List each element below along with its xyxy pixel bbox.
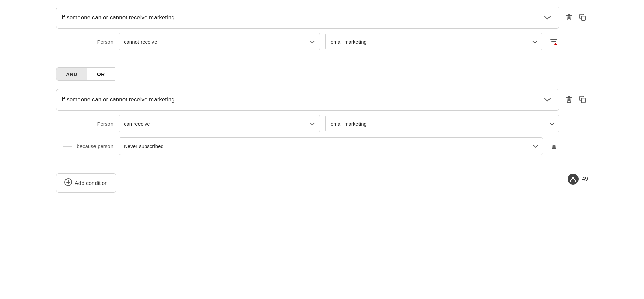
condition-1-header-text: If someone can or cannot receive marketi… [62,14,544,21]
condition-2-main: If someone can or cannot receive marketi… [56,89,559,162]
user-avatar-icon [568,174,579,185]
user-count: 49 [582,176,588,182]
svg-rect-2 [581,16,585,20]
condition-2-because-delete-button[interactable] [548,140,559,152]
condition-1-filter-button[interactable] [548,36,559,47]
condition-1-marketing-value: email marketing [331,39,367,45]
condition-2-receive-value: can receive [124,121,150,127]
logic-toggle: AND OR [56,67,588,81]
condition-2-receive-chevron-icon [310,121,315,127]
add-condition-button[interactable]: Add condition [56,173,116,193]
condition-2-because-label: because person [72,143,113,149]
condition-1-chevron-icon [544,14,551,21]
condition-2-person-label: Person [72,121,113,127]
add-condition-icon [64,178,72,188]
condition-2-because-select[interactable]: Never subscribed [119,137,543,155]
condition-1-copy-button[interactable] [577,12,588,23]
condition-block-2: If someone can or cannot receive marketi… [56,89,588,162]
condition-2-header[interactable]: If someone can or cannot receive marketi… [56,89,559,111]
bottom-bar: Add condition 49 [56,165,588,193]
condition-2-side-actions [564,89,588,105]
condition-1-person-row: Person cannot receive email marketing [72,33,559,50]
condition-1-header[interactable]: If someone can or cannot receive marketi… [56,7,559,29]
condition-1-marketing-select[interactable]: email marketing [325,33,542,50]
condition-2-because-chevron-icon [533,143,538,149]
condition-1-main: If someone can or cannot receive marketi… [56,7,559,58]
condition-1-receive-value: cannot receive [124,39,157,45]
condition-2-body: Person can receive email marketing [56,111,559,162]
condition-2-delete-button[interactable] [564,94,574,105]
condition-2-because-value: Never subscribed [124,143,164,149]
condition-1-delete-button[interactable] [564,12,574,23]
condition-2-marketing-chevron-icon [550,121,554,127]
condition-1-receive-chevron-icon [310,38,315,45]
condition-1-marketing-chevron-icon [532,38,537,45]
user-badge: 49 [568,174,588,185]
condition-2-chevron-icon [544,96,551,104]
condition-2-header-text: If someone can or cannot receive marketi… [62,96,544,103]
logic-divider [115,74,588,75]
condition-2-copy-button[interactable] [577,94,588,105]
condition-1-body: Person cannot receive email marketing [56,29,559,58]
condition-block-1: If someone can or cannot receive marketi… [56,7,588,58]
main-container: If someone can or cannot receive marketi… [56,7,588,193]
condition-1-person-label: Person [72,39,113,45]
condition-2-receive-select[interactable]: can receive [119,115,320,132]
add-condition-label: Add condition [75,180,108,186]
condition-1-receive-select[interactable]: cannot receive [119,33,320,50]
or-button[interactable]: OR [87,67,115,81]
condition-2-marketing-select[interactable]: email marketing [325,115,559,132]
condition-2-because-row: because person Never subscribed [72,137,559,155]
condition-1-side-actions [564,7,588,23]
and-button[interactable]: AND [56,67,87,81]
condition-2-marketing-value: email marketing [331,121,367,127]
svg-rect-3 [581,98,585,103]
condition-2-person-row: Person can receive email marketing [72,115,559,132]
